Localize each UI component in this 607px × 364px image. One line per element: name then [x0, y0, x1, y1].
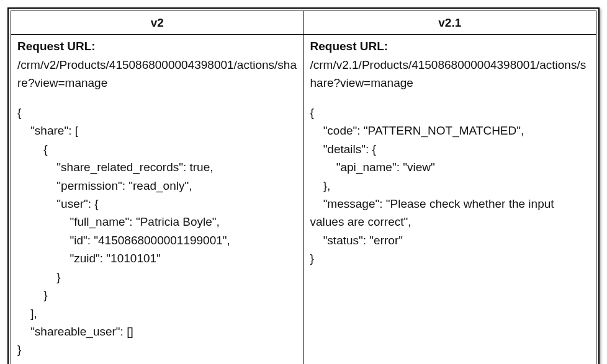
request-url-value-v21: /crm/v2.1/Products/4150868000004398001/a…	[310, 56, 590, 92]
response-body-v2: { "share": [ { "share_related_records": …	[17, 104, 297, 359]
request-url-value-v2: /crm/v2/Products/4150868000004398001/act…	[17, 56, 297, 92]
request-url-label: Request URL:	[310, 40, 389, 53]
column-header-v21: v2.1	[304, 11, 596, 35]
cell-v2: Request URL: /crm/v2/Products/4150868000…	[11, 35, 304, 364]
request-url-label: Request URL:	[17, 40, 96, 53]
cell-v21: Request URL: /crm/v2.1/Products/41508680…	[304, 35, 596, 364]
response-body-v21: { "code": "PATTERN_NOT_MATCHED", "detail…	[310, 104, 590, 268]
column-header-v2: v2	[11, 11, 304, 35]
comparison-table: v2 v2.1 Request URL: /crm/v2/Products/41…	[11, 11, 596, 364]
comparison-container: v2 v2.1 Request URL: /crm/v2/Products/41…	[7, 7, 600, 364]
